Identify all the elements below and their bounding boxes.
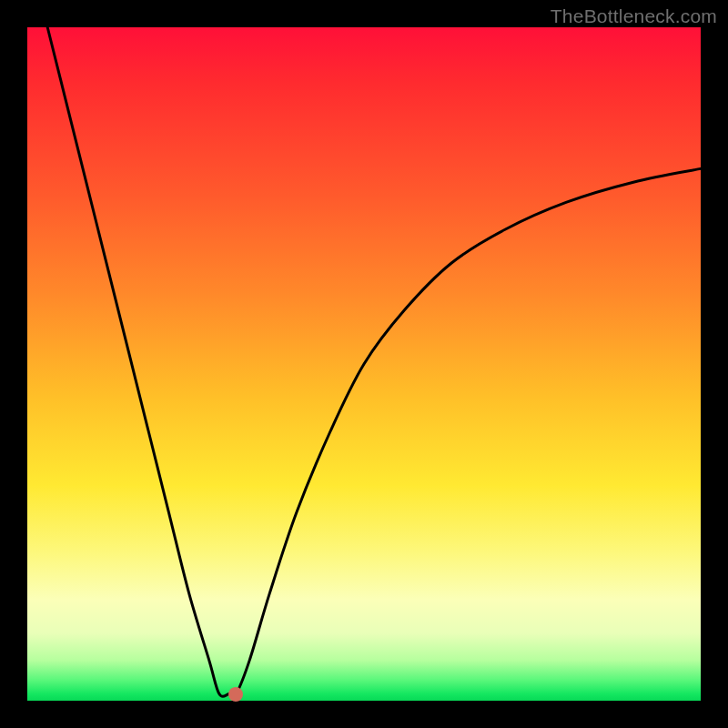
plot-area	[27, 27, 701, 701]
chart-frame: TheBottleneck.com	[0, 0, 728, 728]
watermark-text: TheBottleneck.com	[551, 5, 717, 27]
bottleneck-curve	[47, 27, 701, 696]
min-marker	[228, 687, 243, 702]
curve-svg	[27, 27, 701, 701]
